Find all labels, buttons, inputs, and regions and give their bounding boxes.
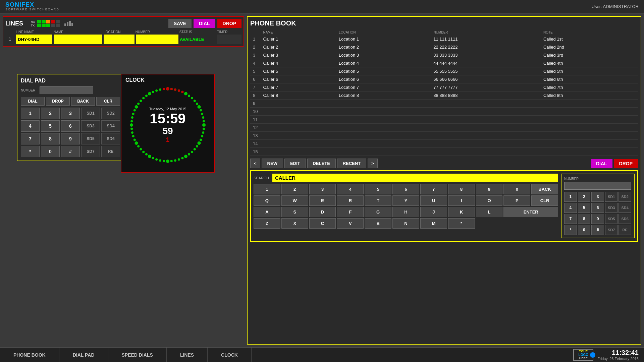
dp-dial-button[interactable]: DIAL bbox=[21, 97, 45, 106]
pb-prev-button[interactable]: < bbox=[250, 159, 260, 168]
bottom-tab-lines[interactable]: LINES bbox=[167, 348, 208, 362]
pb-alpha-key-8[interactable]: 8 bbox=[448, 184, 475, 194]
dp-clr-button[interactable]: CLR bbox=[96, 97, 120, 106]
dp-key-sd3[interactable]: SD3 bbox=[81, 120, 100, 132]
pb-num-key-5[interactable]: 5 bbox=[578, 203, 591, 213]
dp-drop-button[interactable]: DROP bbox=[46, 97, 70, 106]
pb-next-button[interactable]: > bbox=[368, 159, 378, 168]
pb-num-key-sd5[interactable]: SD5 bbox=[605, 214, 618, 224]
dp-key-sd2[interactable]: SD2 bbox=[101, 108, 120, 119]
pb-row-1[interactable]: 1 Caller 1 Location 1 11 111 1111 Called… bbox=[250, 35, 638, 43]
dp-key-re[interactable]: RE bbox=[101, 146, 120, 157]
pb-alpha-key-7[interactable]: 7 bbox=[420, 184, 447, 194]
pb-row-3[interactable]: 3 Caller 3 Location 3 33 333 3333 Called… bbox=[250, 51, 638, 59]
pb-row-7[interactable]: 7 Caller 7 Location 7 77 777 7777 Called… bbox=[250, 83, 638, 92]
lines-save-button[interactable]: SAVE bbox=[168, 19, 192, 28]
pb-num-key-sd2[interactable]: SD2 bbox=[619, 192, 631, 202]
pb-row-4[interactable]: 4 Caller 4 Location 4 44 444 4444 Called… bbox=[250, 59, 638, 67]
dp-key-sd5[interactable]: SD5 bbox=[81, 133, 100, 144]
pb-alpha-key-back[interactable]: BACK bbox=[531, 184, 558, 194]
bottom-tab-speed-dials[interactable]: SPEED DIALS bbox=[108, 348, 167, 362]
pb-delete-button[interactable]: DELETE bbox=[307, 159, 336, 168]
pb-alpha-key-s[interactable]: S bbox=[281, 207, 308, 217]
pb-num-key-6[interactable]: 6 bbox=[591, 203, 604, 213]
pb-alpha-key-5[interactable]: 5 bbox=[365, 184, 391, 194]
pb-alpha-key-enter[interactable]: ENTER bbox=[503, 207, 558, 217]
pb-num-key-sd1[interactable]: SD1 bbox=[605, 192, 618, 202]
pb-alpha-key-o[interactable]: O bbox=[476, 195, 503, 206]
pb-alpha-key-u[interactable]: U bbox=[420, 195, 447, 206]
pb-number-input[interactable] bbox=[564, 182, 631, 190]
pb-alpha-key-f[interactable]: F bbox=[337, 207, 364, 217]
dp-key-9[interactable]: 9 bbox=[61, 133, 80, 144]
pb-num-key-3[interactable]: 3 bbox=[591, 192, 604, 202]
pb-row-14[interactable]: 14 bbox=[250, 140, 638, 148]
lines-dial-button[interactable]: DIAL bbox=[194, 19, 215, 28]
dp-back-button[interactable]: BACK bbox=[71, 97, 95, 106]
pb-num-key-8[interactable]: 8 bbox=[578, 214, 591, 224]
pb-row-8[interactable]: 8 Caller 8 Location 8 88 888 8888 Called… bbox=[250, 92, 638, 100]
pb-new-button[interactable]: NEW bbox=[262, 159, 283, 168]
pb-alpha-key-*[interactable]: * bbox=[448, 218, 475, 229]
pb-num-key-1[interactable]: 1 bbox=[564, 192, 577, 202]
pb-alpha-key-j[interactable]: J bbox=[420, 207, 447, 217]
dp-key-0[interactable]: 0 bbox=[41, 146, 60, 157]
pb-edit-button[interactable]: EDIT bbox=[284, 159, 306, 168]
pb-dial-button[interactable]: DIAL bbox=[591, 159, 612, 168]
pb-alpha-key-e[interactable]: E bbox=[309, 195, 336, 206]
pb-row-13[interactable]: 13 bbox=[250, 132, 638, 140]
pb-row-5[interactable]: 5 Caller 5 Location 5 55 555 5555 Called… bbox=[250, 67, 638, 75]
dp-key-#[interactable]: # bbox=[61, 146, 80, 157]
pb-num-key-*[interactable]: * bbox=[564, 225, 577, 235]
pb-alpha-key-l[interactable]: L bbox=[476, 207, 503, 217]
dp-key-8[interactable]: 8 bbox=[41, 133, 60, 144]
lines-drop-button[interactable]: DROP bbox=[217, 19, 241, 28]
pb-alpha-key-w[interactable]: W bbox=[281, 195, 308, 206]
pb-num-key-sd4[interactable]: SD4 bbox=[619, 203, 631, 213]
pb-row-2[interactable]: 2 Caller 2 Location 2 22 222 2222 Called… bbox=[250, 43, 638, 51]
pb-alpha-key-n[interactable]: N bbox=[392, 218, 419, 229]
dp-key-2[interactable]: 2 bbox=[41, 108, 60, 119]
dp-key-4[interactable]: 4 bbox=[21, 120, 40, 132]
pb-row-12[interactable]: 12 bbox=[250, 124, 638, 132]
pb-alpha-key-q[interactable]: Q bbox=[254, 195, 280, 206]
pb-row-9[interactable]: 9 bbox=[250, 100, 638, 108]
pb-num-key-7[interactable]: 7 bbox=[564, 214, 577, 224]
pb-alpha-key-a[interactable]: A bbox=[254, 207, 280, 217]
pb-alpha-key-d[interactable]: D bbox=[309, 207, 336, 217]
pb-alpha-key-9[interactable]: 9 bbox=[476, 184, 503, 194]
dp-key-sd4[interactable]: SD4 bbox=[101, 120, 120, 132]
pb-num-key-sd3[interactable]: SD3 bbox=[605, 203, 618, 213]
pb-drop-button[interactable]: DROP bbox=[614, 159, 638, 168]
pb-alpha-key-b[interactable]: B bbox=[365, 218, 391, 229]
dp-key-sd7[interactable]: SD7 bbox=[81, 146, 100, 157]
pb-row-10[interactable]: 10 bbox=[250, 108, 638, 116]
pb-alpha-key-g[interactable]: G bbox=[365, 207, 391, 217]
pb-num-key-4[interactable]: 4 bbox=[564, 203, 577, 213]
pb-alpha-key-p[interactable]: P bbox=[503, 195, 530, 206]
pb-alpha-key-t[interactable]: T bbox=[365, 195, 391, 206]
pb-alpha-key-m[interactable]: M bbox=[420, 218, 447, 229]
pb-search-input[interactable] bbox=[272, 174, 558, 182]
pb-alpha-key-3[interactable]: 3 bbox=[309, 184, 336, 194]
pb-alpha-key-h[interactable]: H bbox=[392, 207, 419, 217]
pb-num-key-re[interactable]: RE bbox=[619, 225, 631, 235]
pb-recent-button[interactable]: RECENT bbox=[337, 159, 366, 168]
pb-num-key-sd7[interactable]: SD7 bbox=[605, 225, 618, 235]
pb-num-key-sd6[interactable]: SD6 bbox=[619, 214, 631, 224]
dp-key-3[interactable]: 3 bbox=[61, 108, 80, 119]
pb-num-key-0[interactable]: 0 bbox=[578, 225, 591, 235]
dp-key-1[interactable]: 1 bbox=[21, 108, 40, 119]
pb-alpha-key-6[interactable]: 6 bbox=[392, 184, 419, 194]
pb-alpha-key-v[interactable]: V bbox=[337, 218, 364, 229]
pb-alpha-key-1[interactable]: 1 bbox=[254, 184, 280, 194]
dp-key-sd6[interactable]: SD6 bbox=[101, 133, 120, 144]
pb-row-6[interactable]: 6 Caller 6 Location 6 66 666 6666 Called… bbox=[250, 75, 638, 83]
pb-alpha-key-i[interactable]: I bbox=[448, 195, 475, 206]
pb-alpha-key-clr[interactable]: CLR bbox=[531, 195, 558, 206]
pb-alpha-key-2[interactable]: 2 bbox=[281, 184, 308, 194]
pb-num-key-9[interactable]: 9 bbox=[591, 214, 604, 224]
dp-key-6[interactable]: 6 bbox=[61, 120, 80, 132]
dp-number-input[interactable] bbox=[40, 86, 93, 94]
pb-alpha-key-y[interactable]: Y bbox=[392, 195, 419, 206]
